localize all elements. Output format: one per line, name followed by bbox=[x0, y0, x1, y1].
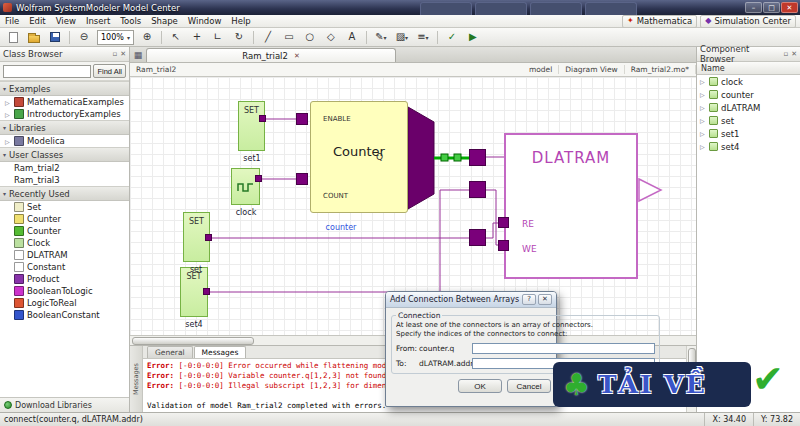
zoom-out-button[interactable]: ⊖ bbox=[74, 29, 94, 46]
set1-block[interactable]: SET bbox=[238, 101, 265, 151]
tree-section-examples[interactable]: ▾Examples bbox=[0, 81, 129, 96]
class-item-constant[interactable]: Constant bbox=[0, 261, 129, 273]
component-dlatram[interactable]: ▷dLATRAM bbox=[697, 101, 800, 114]
menu-edit[interactable]: Edit bbox=[24, 16, 50, 26]
ok-button[interactable]: OK bbox=[458, 379, 502, 393]
cancel-button[interactable]: Cancel bbox=[507, 379, 551, 393]
open-button[interactable] bbox=[24, 29, 44, 46]
menu-shape[interactable]: Shape bbox=[146, 16, 183, 26]
counter-count-port[interactable] bbox=[296, 173, 308, 185]
menu-tools[interactable]: Tools bbox=[115, 16, 146, 26]
class-item-introductoryexamples[interactable]: ▷IntroductoryExamples bbox=[0, 108, 129, 120]
menu-file[interactable]: File bbox=[0, 16, 24, 26]
find-all-button[interactable]: Find All bbox=[93, 64, 126, 78]
float-panel-icon[interactable]: ▫ bbox=[783, 50, 788, 58]
polygon-tool-button[interactable]: ◇ bbox=[321, 29, 341, 46]
array-connector-2[interactable] bbox=[469, 181, 486, 198]
line-color-button[interactable]: ✎▾ bbox=[371, 29, 391, 46]
mathematica-button[interactable]: ✦Mathematica bbox=[622, 15, 697, 28]
class-item-logictoreal[interactable]: LogicToReal bbox=[0, 297, 129, 309]
messages-side-tab[interactable]: Messages bbox=[130, 346, 143, 412]
pointer-tool-button[interactable]: ↖ bbox=[166, 29, 186, 46]
tree-section-recently-used[interactable]: ▾Recently Used bbox=[0, 186, 129, 201]
component-set[interactable]: ▷set bbox=[697, 114, 800, 127]
menu-window[interactable]: Window bbox=[183, 16, 227, 26]
component-set1[interactable]: ▷set1 bbox=[697, 127, 800, 140]
tree-section-libraries[interactable]: ▾Libraries bbox=[0, 120, 129, 135]
tab-messages[interactable]: Messages bbox=[194, 346, 247, 358]
float-panel-icon[interactable]: ▫ bbox=[112, 50, 117, 58]
class-item-counter[interactable]: Counter bbox=[0, 213, 129, 225]
new-button[interactable] bbox=[3, 29, 23, 46]
menu-view[interactable]: View bbox=[51, 16, 81, 26]
class-item-dlatram[interactable]: DLATRAM bbox=[0, 249, 129, 261]
set1-output-port[interactable] bbox=[259, 115, 266, 122]
background-tab[interactable] bbox=[475, 2, 527, 15]
component-set4[interactable]: ▷set4 bbox=[697, 140, 800, 153]
minimize-button[interactable]: – bbox=[745, 2, 762, 13]
zoom-in-button[interactable]: ⊕ bbox=[137, 29, 157, 46]
class-item-modelica[interactable]: ▷Modelica bbox=[0, 135, 129, 147]
simulate-model-button[interactable]: ▶ bbox=[463, 29, 483, 46]
mux-wedge-shape[interactable] bbox=[408, 107, 434, 209]
line-style-button[interactable]: ≡▾ bbox=[413, 29, 433, 46]
from-indices-input[interactable] bbox=[472, 343, 655, 354]
dlatram-block[interactable]: DLATRAM RE WE bbox=[504, 133, 638, 279]
close-button[interactable]: ✕ bbox=[781, 2, 798, 13]
class-item-booleanconstant[interactable]: BooleanConstant bbox=[0, 309, 129, 321]
class-item-clock[interactable]: Clock bbox=[0, 237, 129, 249]
array-connector-1[interactable] bbox=[469, 149, 486, 166]
close-panel-icon[interactable]: ✕ bbox=[791, 50, 797, 58]
connection-tool-button[interactable]: ∟ bbox=[208, 29, 228, 46]
class-search-input[interactable] bbox=[3, 65, 91, 78]
dialog-help-button[interactable]: ? bbox=[522, 294, 536, 305]
fill-color-button[interactable]: ▨▾ bbox=[392, 29, 412, 46]
tab-close-icon[interactable]: ✕ bbox=[294, 52, 300, 60]
tab-general[interactable]: General bbox=[147, 346, 193, 358]
validate-model-button[interactable]: ✓ bbox=[442, 29, 462, 46]
background-tab[interactable] bbox=[530, 2, 582, 15]
dialog-close-button[interactable]: ✕ bbox=[538, 294, 552, 305]
class-item-product[interactable]: Product bbox=[0, 273, 129, 285]
dlatram-re-port[interactable] bbox=[498, 217, 509, 228]
background-tab[interactable] bbox=[420, 2, 472, 15]
counter-block[interactable]: ENABLE COUNT Counter Q bbox=[310, 101, 408, 213]
set4-output-port[interactable] bbox=[203, 288, 210, 295]
ellipse-tool-button[interactable]: ○ bbox=[300, 29, 320, 46]
set-output-port[interactable] bbox=[205, 234, 212, 241]
class-item-ram-trial3[interactable]: Ram_trial3 bbox=[0, 174, 129, 186]
maximize-button[interactable]: □ bbox=[763, 2, 780, 13]
output-triangle[interactable] bbox=[639, 179, 661, 201]
counter-enable-port[interactable] bbox=[296, 113, 308, 125]
rectangle-tool-button[interactable]: ▭ bbox=[279, 29, 299, 46]
tree-section-user-classes[interactable]: ▾User Classes bbox=[0, 147, 129, 162]
text-tool-button[interactable]: A bbox=[342, 29, 362, 46]
dialog-titlebar[interactable]: Add Connection Between Arrays ? ✕ bbox=[386, 292, 556, 308]
component-clock[interactable]: ▷clock bbox=[697, 75, 800, 88]
save-button[interactable] bbox=[45, 29, 65, 46]
class-item-counter[interactable]: Counter bbox=[0, 225, 129, 237]
class-item-set[interactable]: Set bbox=[0, 201, 129, 213]
zoom-level-combo[interactable]: 100%▾ bbox=[97, 30, 134, 45]
clock-block[interactable] bbox=[231, 168, 260, 205]
component-counter[interactable]: ▷counter bbox=[697, 88, 800, 101]
document-view-mode[interactable]: Diagram View bbox=[559, 65, 624, 74]
document-tab[interactable]: Ram_trial2 ✕ bbox=[146, 48, 396, 62]
download-libraries-button[interactable]: Download Libraries bbox=[0, 397, 129, 412]
component-name-column[interactable]: Name bbox=[697, 62, 800, 75]
scrollbar-thumb[interactable] bbox=[132, 337, 254, 345]
menu-help[interactable]: Help bbox=[226, 16, 255, 26]
line-tool-button[interactable]: ╱ bbox=[258, 29, 278, 46]
pan-tool-button[interactable]: + bbox=[187, 29, 207, 46]
close-panel-icon[interactable]: ✕ bbox=[120, 50, 126, 58]
class-item-booleantologic[interactable]: BooleanToLogic bbox=[0, 285, 129, 297]
class-item-ram-trial2[interactable]: Ram_trial2 bbox=[0, 162, 129, 174]
rotate-tool-button[interactable]: ↻ bbox=[229, 29, 249, 46]
dlatram-we-port[interactable] bbox=[498, 240, 509, 251]
array-connector-3[interactable] bbox=[469, 229, 486, 246]
class-item-mathematicaexamples[interactable]: ▷MathematicaExamples bbox=[0, 96, 129, 108]
background-tab[interactable] bbox=[585, 2, 637, 15]
simulation-center-button[interactable]: ◆Simulation Center bbox=[700, 15, 796, 28]
menu-insert[interactable]: Insert bbox=[81, 16, 115, 26]
clock-output-port[interactable] bbox=[255, 175, 262, 182]
